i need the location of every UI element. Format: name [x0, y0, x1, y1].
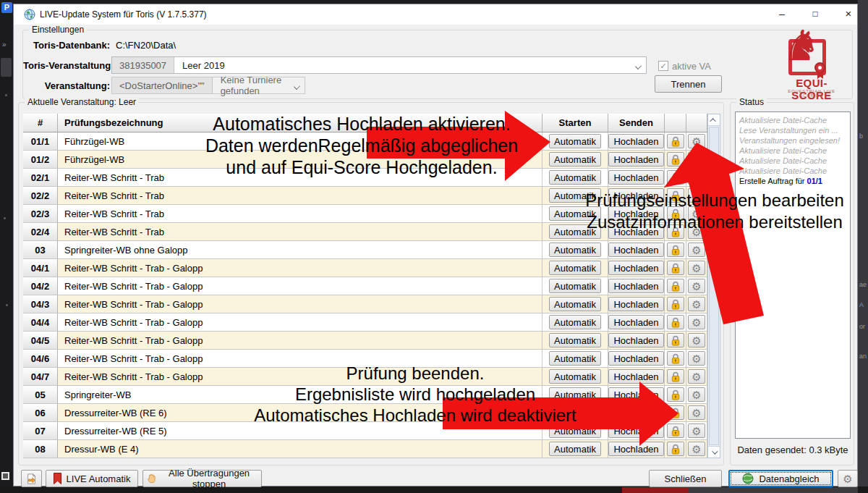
hochladen-button[interactable]: Hochladen — [608, 188, 663, 203]
automatik-button[interactable]: Automatik — [549, 261, 601, 275]
lock-button[interactable] — [667, 387, 684, 402]
lock-button[interactable] — [667, 243, 684, 257]
pruefung-name-cell[interactable]: Reiter-WB Schritt - Trab — [58, 169, 542, 187]
hochladen-button[interactable]: Hochladen — [608, 405, 663, 420]
pruefung-name-cell[interactable]: Führzügel-WB — [58, 132, 542, 151]
lock-button[interactable] — [667, 442, 684, 456]
hochladen-button[interactable]: Hochladen — [608, 261, 663, 275]
lock-button[interactable] — [667, 261, 684, 275]
lock-button[interactable] — [667, 224, 684, 239]
lock-button[interactable] — [667, 297, 684, 311]
pruefung-name-cell[interactable]: Springreiter-WB ohne Galopp — [58, 241, 542, 259]
hochladen-button[interactable]: Hochladen — [608, 297, 663, 311]
automatik-button[interactable]: Automatik — [549, 188, 601, 203]
gear-button[interactable]: ⚙ — [688, 297, 705, 311]
stop-all-button[interactable]: Alle Übertragungen stoppen — [142, 470, 262, 487]
automatik-button[interactable]: Automatik — [549, 170, 601, 185]
scroll-down-button[interactable] — [708, 446, 720, 458]
lock-button[interactable] — [667, 333, 684, 347]
lock-button[interactable] — [667, 424, 684, 438]
automatik-button[interactable]: Automatik — [549, 442, 601, 456]
event-combobox[interactable]: 381935007 Leer 2019 — [111, 56, 647, 74]
automatik-button[interactable]: Automatik — [549, 387, 601, 402]
gear-button[interactable]: ⚙ — [688, 351, 705, 366]
lock-button[interactable] — [667, 369, 684, 384]
live-automatik-button[interactable]: LIVE Automatik — [46, 470, 138, 487]
scroll-up-button[interactable] — [708, 114, 720, 126]
gear-button[interactable]: ⚙ — [688, 170, 705, 185]
gear-button[interactable]: ⚙ — [688, 261, 705, 275]
hochladen-button[interactable]: Hochladen — [608, 134, 663, 148]
pruefung-name-cell[interactable]: Dressur-WB (E 4) — [58, 440, 542, 458]
automatik-button[interactable]: Automatik — [549, 152, 601, 167]
va-combobox[interactable]: <DoStarterOnline>"" Keine Turniere gefun… — [111, 77, 305, 94]
hochladen-button[interactable]: Hochladen — [608, 351, 663, 366]
lock-button[interactable] — [667, 351, 684, 366]
gear-button[interactable]: ⚙ — [688, 152, 705, 167]
hochladen-button[interactable]: Hochladen — [608, 224, 663, 239]
chevron-down-icon[interactable] — [635, 63, 642, 69]
automatik-button[interactable]: Automatik — [549, 424, 601, 438]
export-report-button[interactable] — [21, 470, 42, 487]
pruefung-name-cell[interactable]: Reiter-WB Schritt - Trab - Galopp — [58, 332, 542, 350]
hochladen-button[interactable]: Hochladen — [608, 333, 663, 347]
automatik-button[interactable]: Automatik — [549, 333, 601, 347]
titlebar[interactable]: LIVE-Update System für Toris (V 1.7.5.37… — [14, 4, 857, 25]
lock-button[interactable] — [667, 170, 684, 185]
aktive-va-checkbox[interactable]: ✓ — [658, 61, 668, 71]
pruefung-name-cell[interactable]: Reiter-WB Schritt - Trab — [58, 223, 542, 241]
pruefung-name-cell[interactable]: Dressurreiter-WB (RE 6) — [58, 404, 542, 422]
lock-button[interactable] — [667, 206, 684, 221]
hochladen-button[interactable]: Hochladen — [608, 387, 663, 402]
automatik-button[interactable]: Automatik — [549, 351, 601, 366]
pruefung-name-cell[interactable]: Reiter-WB Schritt - Trab - Galopp — [58, 259, 542, 277]
scrollbar-thumb[interactable] — [709, 127, 719, 445]
pruefung-name-cell[interactable]: Führzügel-WB — [58, 151, 542, 169]
pruefung-name-cell[interactable]: Dressurreiter-WB (RE 5) — [58, 422, 542, 440]
gear-button[interactable]: ⚙ — [688, 405, 705, 420]
hochladen-button[interactable]: Hochladen — [608, 315, 663, 329]
lock-button[interactable] — [667, 279, 684, 293]
lock-button[interactable] — [667, 152, 684, 167]
gear-button[interactable]: ⚙ — [688, 424, 705, 438]
gear-button[interactable]: ⚙ — [688, 206, 705, 221]
gear-button[interactable]: ⚙ — [688, 224, 705, 239]
gear-button[interactable]: ⚙ — [688, 315, 705, 329]
background-app-icon[interactable]: P — [1, 2, 12, 13]
schliessen-button[interactable]: Schließen — [649, 470, 722, 487]
lock-button[interactable] — [667, 188, 684, 203]
hochladen-button[interactable]: Hochladen — [608, 369, 663, 384]
pruefung-name-cell[interactable]: Springreiter-WB — [58, 386, 542, 404]
pruefung-name-cell[interactable]: Reiter-WB Schritt - Trab - Galopp — [58, 350, 542, 368]
automatik-button[interactable]: Automatik — [549, 315, 601, 329]
automatik-button[interactable]: Automatik — [549, 405, 601, 420]
pruefung-name-cell[interactable]: Reiter-WB Schritt - Trab - Galopp — [58, 277, 542, 295]
automatik-button[interactable]: Automatik — [549, 206, 601, 221]
datenabgleich-button[interactable]: Datenabgleich — [728, 470, 833, 487]
gear-button[interactable]: ⚙ — [688, 243, 705, 257]
hochladen-button[interactable]: Hochladen — [608, 279, 663, 293]
gear-button[interactable]: ⚙ — [688, 333, 705, 347]
automatik-button[interactable]: Automatik — [549, 243, 601, 257]
lock-button[interactable] — [667, 315, 684, 329]
automatik-button[interactable]: Automatik — [549, 134, 601, 148]
settings-gear-button[interactable]: ⚙ — [838, 470, 858, 487]
gear-button[interactable]: ⚙ — [688, 442, 705, 456]
hochladen-button[interactable]: Hochladen — [608, 442, 663, 456]
gear-button[interactable]: ⚙ — [688, 134, 705, 148]
pruefung-name-cell[interactable]: Reiter-WB Schritt - Trab — [58, 187, 542, 205]
lock-button[interactable] — [667, 134, 684, 148]
hochladen-button[interactable]: Hochladen — [608, 206, 663, 221]
trennen-button[interactable]: Trennen — [655, 75, 722, 93]
close-button[interactable]: × — [833, 4, 864, 25]
pruefung-name-cell[interactable]: Reiter-WB Schritt - Trab - Galopp — [58, 313, 542, 332]
pruefung-name-cell[interactable]: Reiter-WB Schritt - Trab - Galopp — [58, 295, 542, 313]
pruefung-name-cell[interactable]: Reiter-WB Schritt - Trab - Galopp — [58, 368, 542, 386]
automatik-button[interactable]: Automatik — [549, 224, 601, 239]
automatik-button[interactable]: Automatik — [549, 369, 601, 384]
gear-button[interactable]: ⚙ — [688, 369, 705, 384]
lock-button[interactable] — [667, 405, 684, 420]
hochladen-button[interactable]: Hochladen — [608, 152, 663, 167]
hochladen-button[interactable]: Hochladen — [608, 170, 663, 185]
gear-button[interactable]: ⚙ — [688, 188, 705, 203]
